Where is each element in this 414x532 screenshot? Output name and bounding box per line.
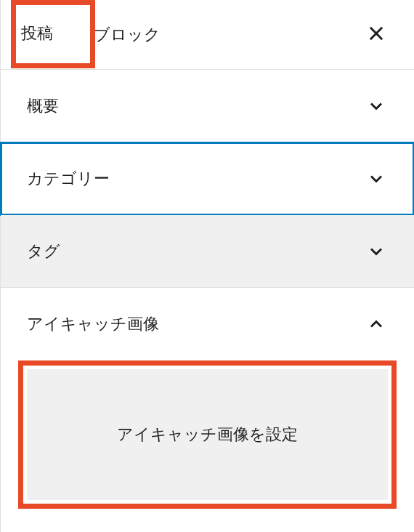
section-categories[interactable]: カテゴリー — [1, 142, 414, 215]
chevron-down-icon — [365, 240, 388, 263]
section-summary-label: 概要 — [27, 95, 59, 117]
section-categories-label: カテゴリー — [27, 168, 110, 190]
tab-post-label: 投稿 — [21, 23, 53, 44]
tab-block[interactable]: ブロック — [73, 0, 181, 69]
chevron-down-icon — [365, 94, 388, 118]
close-sidebar-button[interactable] — [359, 17, 394, 52]
set-eyecatch-button-label: アイキャッチ画像を設定 — [117, 424, 298, 446]
close-icon — [366, 23, 386, 47]
chevron-up-icon — [365, 313, 388, 336]
section-eyecatch[interactable]: アイキャッチ画像 — [1, 288, 414, 360]
tab-post[interactable]: 投稿 — [1, 0, 73, 69]
eyecatch-panel-body: アイキャッチ画像を設定 — [1, 360, 414, 526]
section-eyecatch-label: アイキャッチ画像 — [27, 313, 159, 335]
set-eyecatch-button[interactable]: アイキャッチ画像を設定 — [27, 369, 388, 500]
tab-block-label: ブロック — [94, 24, 161, 46]
section-tags-label: タグ — [27, 241, 60, 262]
sidebar-tabs: 投稿 ブロック — [1, 0, 414, 70]
settings-sidebar: 投稿 ブロック 概要 カテゴリー — [0, 0, 414, 532]
section-summary[interactable]: 概要 — [1, 70, 414, 142]
chevron-down-icon — [365, 167, 388, 190]
section-tags[interactable]: タグ — [1, 215, 414, 288]
